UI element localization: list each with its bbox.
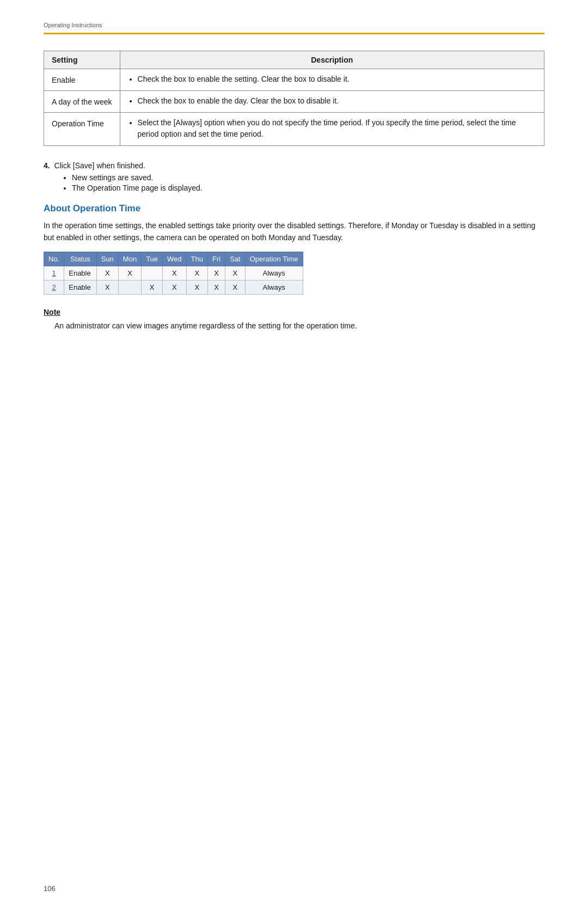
- list-item: Check the box to enable the day. Clear t…: [138, 95, 536, 107]
- op-row2-tue: X: [142, 280, 163, 294]
- note-title: Note: [44, 308, 544, 316]
- op-row1-sat: X: [225, 266, 246, 280]
- description-operation-time: Select the [Always] option when you do n…: [120, 113, 544, 146]
- op-row1-fri: X: [207, 266, 225, 280]
- op-row2-thu: X: [186, 280, 207, 294]
- op-row1-optime: Always: [245, 266, 303, 280]
- step-number: 4.: [44, 161, 50, 170]
- table-row: Enable Check the box to enable the setti…: [44, 69, 544, 91]
- list-item: The Operation Time page is displayed.: [72, 184, 544, 192]
- op-table-header-no: No.: [44, 252, 64, 266]
- op-table-header-wed: Wed: [163, 252, 187, 266]
- op-table-header-optime: Operation Time: [245, 252, 303, 266]
- table-row: 1 Enable X X X X X X Always: [44, 266, 303, 280]
- list-item: Check the box to enable the setting. Cle…: [138, 74, 536, 85]
- step-instruction: Click [Save] when finished.: [54, 161, 145, 170]
- op-table-header-thu: Thu: [186, 252, 207, 266]
- op-table-header-mon: Mon: [118, 252, 141, 266]
- op-row2-optime: Always: [245, 280, 303, 294]
- header-label: Operating Instructions: [44, 22, 544, 28]
- op-table-header-sun: Sun: [96, 252, 118, 266]
- step-4-bullets: New settings are saved. The Operation Ti…: [44, 173, 544, 192]
- op-row1-no[interactable]: 1: [44, 266, 64, 280]
- setting-column-header: Setting: [44, 51, 120, 69]
- header-bar: Operating Instructions: [44, 22, 544, 34]
- op-row2-sat: X: [225, 280, 246, 294]
- description-enable: Check the box to enable the setting. Cle…: [120, 69, 544, 91]
- list-item: New settings are saved.: [72, 173, 544, 182]
- operation-time-table: No. Status Sun Mon Tue Wed Thu Fri Sat O…: [44, 252, 303, 295]
- description-column-header: Description: [120, 51, 544, 69]
- op-table-header-status: Status: [64, 252, 96, 266]
- op-row1-status: Enable: [64, 266, 96, 280]
- op-row2-sun: X: [96, 280, 118, 294]
- table-row: A day of the week Check the box to enabl…: [44, 91, 544, 113]
- setting-operation-time: Operation Time: [44, 113, 120, 146]
- note-block: Note An administrator can view images an…: [44, 308, 544, 332]
- settings-table: Setting Description Enable Check the box…: [44, 51, 544, 146]
- description-day-of-week: Check the box to enable the day. Clear t…: [120, 91, 544, 113]
- op-row2-status: Enable: [64, 280, 96, 294]
- setting-day-of-week: A day of the week: [44, 91, 120, 113]
- section-title: About Operation Time: [44, 203, 544, 214]
- op-row2-wed: X: [163, 280, 187, 294]
- table-row: 2 Enable X X X X X X Always: [44, 280, 303, 294]
- table-row: Operation Time Select the [Always] optio…: [44, 113, 544, 146]
- step-4-text: 4. Click [Save] when finished.: [44, 161, 544, 170]
- op-row1-tue: [142, 266, 163, 280]
- op-row2-fri: X: [207, 280, 225, 294]
- op-table-header-fri: Fri: [207, 252, 225, 266]
- about-operation-time-section: About Operation Time In the operation ti…: [44, 203, 544, 332]
- op-row1-thu: X: [186, 266, 207, 280]
- note-text: An administrator can view images anytime…: [44, 320, 544, 332]
- op-row1-mon: X: [118, 266, 141, 280]
- op-table-header-tue: Tue: [142, 252, 163, 266]
- op-row1-wed: X: [163, 266, 187, 280]
- op-table-header-sat: Sat: [225, 252, 246, 266]
- op-row2-no[interactable]: 2: [44, 280, 64, 294]
- op-row1-sun: X: [96, 266, 118, 280]
- setting-enable: Enable: [44, 69, 120, 91]
- section-description: In the operation time settings, the enab…: [44, 219, 544, 244]
- list-item: Select the [Always] option when you do n…: [138, 117, 536, 140]
- page-number: 106: [44, 884, 56, 893]
- step-4-block: 4. Click [Save] when finished. New setti…: [44, 161, 544, 192]
- op-row2-mon: [118, 280, 141, 294]
